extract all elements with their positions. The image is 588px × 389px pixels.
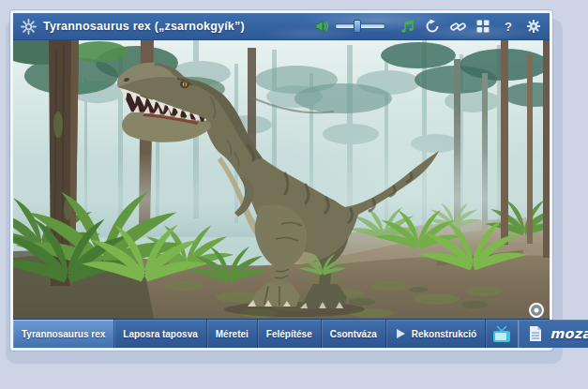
volume-button[interactable] [314,18,331,35]
link-icon [450,20,466,34]
tv-button[interactable] [486,320,518,348]
tab-csontvaza[interactable]: Csontváza [322,320,386,348]
tab-meretei[interactable]: Méretei [207,320,258,348]
bottom-tab-bar: Tyrannosaurus rex Laposra taposva Mérete… [13,319,550,348]
document-icon [528,325,542,342]
volume-control [314,18,384,35]
reset-view-button[interactable] [424,18,441,35]
tv-icon [491,325,512,343]
settings-gear-icon [526,19,541,34]
page-title: Tyrannosaurus rex („zsarnokgyík”) [43,20,245,33]
reset-view-icon [425,19,440,34]
play-icon [395,328,406,339]
music-note-icon [400,20,415,34]
tab-label: Rekonstrukció [412,329,476,339]
tab-felepitese[interactable]: Felépítése [258,320,322,348]
link-button[interactable] [449,18,466,35]
tab-label: Tyrannosaurus rex [22,329,105,339]
mozaik-sun-icon [21,19,37,35]
apps-grid-icon [476,20,490,33]
volume-slider-handle[interactable] [354,20,361,33]
settings-button[interactable] [525,18,542,35]
volume-slider[interactable] [336,24,384,28]
tab-rekonstrukcio[interactable]: Rekonstrukció [386,320,486,348]
apps-grid-button[interactable] [475,18,491,35]
tab-label: Felépítése [266,329,312,339]
title-bar: Tyrannosaurus rex („zsarnokgyík”) [13,13,550,40]
brand-panel[interactable]: mozaik3D [518,320,588,348]
music-button[interactable] [399,18,415,35]
tab-tyrannosaurus-rex[interactable]: Tyrannosaurus rex [13,320,114,348]
tab-laposra-taposva[interactable]: Laposra taposva [114,320,206,348]
help-button[interactable]: ? [500,18,517,35]
tab-label: Laposra taposva [123,329,197,339]
tab-label: Csontváza [330,329,377,339]
volume-icon [315,20,330,33]
logo-brand-text: mozaik [550,326,588,341]
mozaik3d-logo: mozaik3D [550,326,588,341]
scene-3d-view[interactable] [13,40,550,319]
titlebar-controls: ? [314,18,542,35]
scene-dot-button[interactable] [530,304,543,317]
mozaik3d-player-window: Tyrannosaurus rex („zsarnokgyík”) [10,10,552,351]
help-icon: ? [505,20,512,34]
atmosphere-tint [13,40,550,319]
tab-label: Méretei [216,329,249,339]
